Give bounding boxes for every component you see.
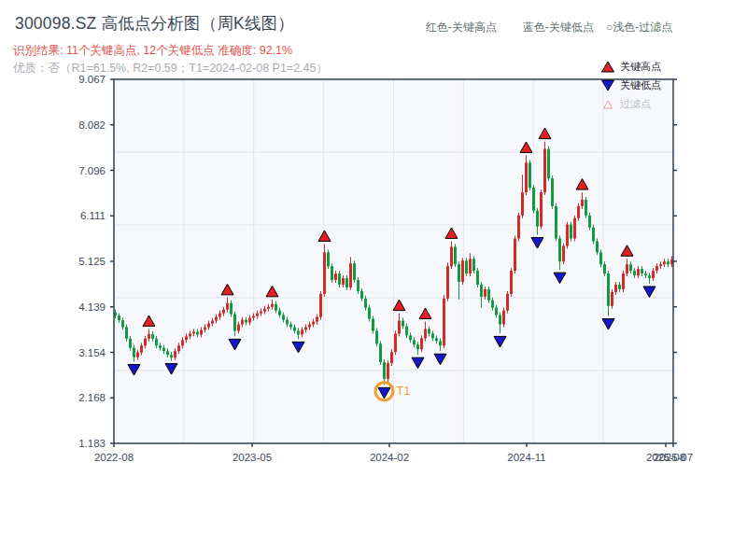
candle-up — [323, 252, 326, 294]
candle-down — [245, 320, 247, 323]
candle-down — [454, 246, 457, 264]
candle-down — [458, 264, 460, 282]
candle-up — [510, 271, 513, 294]
candle-up — [174, 351, 176, 357]
candle-up — [540, 192, 543, 227]
candle-down — [491, 301, 494, 308]
candle-up — [334, 273, 337, 280]
candle-up — [614, 285, 617, 292]
candle-down — [383, 362, 386, 379]
candle-down — [162, 348, 165, 351]
y-tick-label: 1.183 — [78, 438, 106, 449]
candle-down — [588, 216, 591, 228]
legend-item-key-low: 关键低点 — [601, 76, 661, 94]
candle-up — [652, 271, 655, 278]
candle-down — [465, 260, 468, 273]
candle-down — [230, 303, 233, 315]
candle-down — [278, 311, 281, 315]
candle-down — [331, 266, 333, 280]
candle-up — [502, 311, 505, 325]
candle-up — [577, 206, 580, 218]
y-tick-label: 6.111 — [80, 210, 106, 221]
legend-label-key-high: 关键高点 — [620, 60, 661, 74]
candle-down — [607, 273, 610, 306]
candle-down — [667, 261, 669, 264]
candle-up — [424, 329, 427, 338]
y-tick-label: 2.168 — [78, 392, 106, 403]
candle-down — [338, 273, 341, 285]
candle-up — [185, 336, 188, 340]
candle-down — [431, 333, 434, 338]
candle-down — [603, 264, 606, 273]
candle-up — [226, 303, 229, 310]
candle-down — [480, 285, 483, 297]
x-tick-label: 2022-08 — [94, 452, 134, 463]
candle-up — [256, 314, 259, 316]
candle-down — [375, 330, 378, 343]
candle-up — [181, 340, 184, 345]
candle-up — [204, 327, 206, 329]
candle-up — [189, 333, 191, 336]
candle-down — [170, 355, 173, 357]
candle-up — [148, 334, 150, 339]
candle-up — [622, 273, 625, 289]
candle-up — [420, 338, 423, 349]
candle-up — [562, 245, 565, 261]
header-legend-red: 红色-关键高点 — [426, 20, 497, 35]
candle-down — [166, 351, 169, 355]
candle-up — [573, 218, 576, 239]
candle-down — [405, 327, 408, 336]
candle-down — [495, 308, 498, 315]
candle-up — [301, 329, 303, 334]
quality-metrics-text: 优质：否（R1=61.5%, R2=0.59；T1=2024-02-08 P1=… — [13, 61, 328, 77]
candle-up — [237, 325, 240, 331]
candle-down — [297, 330, 300, 334]
legend-label-key-low: 关键低点 — [620, 78, 661, 92]
candle-down — [416, 344, 419, 349]
candle-down — [286, 320, 289, 325]
candle-down — [413, 340, 416, 344]
candle-down — [409, 335, 412, 340]
x-tick-label: 2024-11 — [507, 452, 545, 463]
candle-down — [633, 271, 636, 275]
candle-down — [592, 228, 595, 242]
red-up-triangle-icon — [601, 61, 614, 73]
candle-up — [207, 324, 210, 328]
candle-down — [368, 308, 371, 319]
candle-down — [551, 178, 554, 206]
candle-up — [252, 316, 255, 318]
y-tick-label: 3.154 — [78, 347, 106, 358]
candle-up — [394, 333, 397, 352]
candle-down — [585, 200, 587, 216]
candle-up — [211, 321, 214, 324]
candle-down — [570, 225, 572, 239]
candle-up — [566, 225, 569, 246]
candle-down — [151, 334, 154, 339]
candle-up — [241, 320, 244, 325]
candle-down — [435, 338, 438, 341]
candle-up — [484, 289, 486, 297]
candle-up — [390, 352, 393, 363]
candle-down — [289, 325, 292, 328]
blue-down-triangle-icon — [601, 79, 614, 91]
candle-up — [611, 292, 613, 306]
candle-down — [648, 275, 651, 278]
candle-up — [218, 314, 221, 317]
candle-up — [659, 264, 662, 266]
candle-down — [487, 289, 490, 301]
y-tick-label: 7.096 — [78, 165, 106, 176]
candle-up — [222, 310, 225, 314]
legend-item-filtered: 过滤点 — [601, 94, 661, 113]
candle-up — [349, 263, 352, 287]
plot-legend: 关键高点 关键低点 过滤点 — [601, 57, 661, 113]
candle-up — [316, 317, 318, 322]
candle-up — [446, 266, 449, 299]
candle-down — [476, 271, 479, 285]
candle-up — [543, 149, 546, 192]
candle-down — [629, 264, 632, 271]
candle-down — [372, 319, 374, 331]
candle-up — [398, 321, 401, 334]
candle-down — [293, 327, 296, 330]
candle-up — [192, 331, 195, 333]
candle-down — [327, 252, 330, 266]
